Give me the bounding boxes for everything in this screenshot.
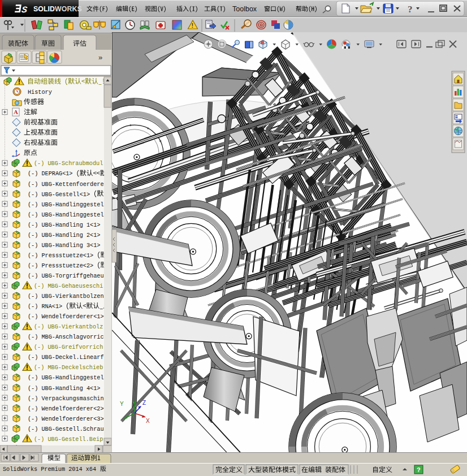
svg-text:?: ? [417,466,421,473]
svg-text:(-) UBG-Deckel.Linearfo: (-) UBG-Deckel.Linearfo [28,354,107,361]
svg-text:(-) UBG-Vierkantbolz: (-) UBG-Vierkantbolz [34,324,103,330]
svg-text:(-) Verpackungsmaschine: (-) Verpackungsmaschine [28,396,107,402]
svg-text:(-) MBG-Gehaeuseschi: (-) MBG-Gehaeuseschi [34,283,103,289]
svg-text:(-) UBG-Kettenfoerderer: (-) UBG-Kettenfoerderer [28,181,107,188]
svg-text:(-) MBG-Anschlagvorrich: (-) MBG-Anschlagvorrich [28,334,107,340]
svg-text:(-) UBG-Torgriffgehaeus: (-) UBG-Torgriffgehaeus [28,273,107,279]
svg-text:(-) Pressstuetze<1>: (-) Pressstuetze<1> [28,253,97,259]
svg-text:(-) MBG-Deckelschieb: (-) MBG-Deckelschieb [34,365,103,371]
svg-text:(-) Wendelfoerderer<1>: (-) Wendelfoerderer<1> [28,314,104,320]
svg-text:Z: Z [142,400,146,406]
svg-text:!: ! [192,22,194,29]
svg-text:(-) UBG-Handlinggestell: (-) UBG-Handlinggestell [28,202,107,208]
svg-text:(-) UBG-Handlinggestell: (-) UBG-Handlinggestell [28,375,107,381]
svg-text:(-) UBG-Vierkantbolzen.: (-) UBG-Vierkantbolzen. [28,293,107,300]
svg-text:Toolbox: Toolbox [232,5,257,13]
svg-text:(-) UBG-Handling 1<1> (: (-) UBG-Handling 1<1> ( [28,222,107,228]
svg-text:(-) Wendelfoerderer<2>: (-) Wendelfoerderer<2> [28,406,104,412]
svg-text:X: X [146,418,150,424]
svg-text:(-) UBG-Handling 4<1> (: (-) UBG-Handling 4<1> ( [28,386,107,392]
svg-text:(-) UBG-Handlinggestell: (-) UBG-Handlinggestell [28,212,107,218]
svg-text:(-) UBG-Gestell.Schraub: (-) UBG-Gestell.Schraub [28,426,107,432]
svg-text:History: History [28,89,52,96]
svg-text:(-) UBG-Gestell.Beip: (-) UBG-Gestell.Beip [34,436,103,443]
svg-text:Y: Y [120,401,124,407]
svg-text:(-) RNA<1>: (-) RNA<1> [28,304,66,310]
svg-text:(-) UBG-Handling 2<1> (: (-) UBG-Handling 2<1> ( [28,232,107,239]
svg-text:?: ? [408,4,413,15]
svg-text:A: A [14,109,18,115]
svg-text:(-) Pressstuetze<2>: (-) Pressstuetze<2> [28,263,97,269]
svg-text:(-) UBG-Schraubmodul: (-) UBG-Schraubmodul [34,161,103,167]
svg-text:(-) UBG-Handling 3<1> (: (-) UBG-Handling 3<1> ( [28,243,107,249]
svg-text:(-) UBG-Gestell<1>: (-) UBG-Gestell<1> [28,192,93,198]
svg-text:(-) DEPRAG<1>: (-) DEPRAG<1> [28,171,76,177]
svg-text:(-) Wendelfoerderer<3>: (-) Wendelfoerderer<3> [28,416,104,422]
svg-text:SOLIDWORKS: SOLIDWORKS [33,5,82,13]
svg-text:»: » [98,53,102,62]
svg-text:(-) UBG-Greifvorrich: (-) UBG-Greifvorrich [34,344,103,350]
svg-text:SolidWorks Premium 2014 x64: SolidWorks Premium 2014 x64 [3,466,96,473]
